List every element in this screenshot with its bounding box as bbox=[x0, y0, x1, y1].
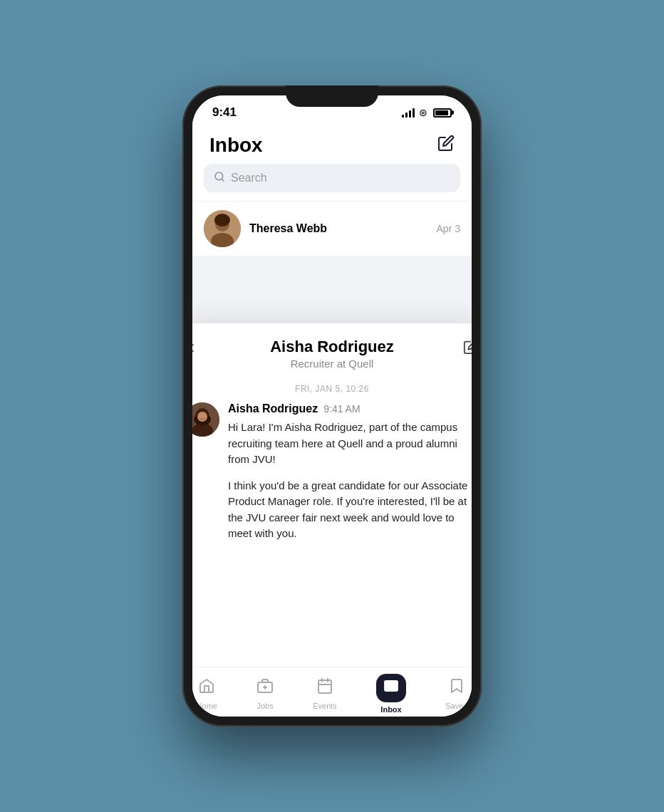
modal-contact-name: Aisha Rodriguez bbox=[192, 338, 472, 356]
status-icons: ⊛ bbox=[402, 107, 452, 118]
inbox-contact-name: Theresa Webb bbox=[249, 222, 327, 234]
nav-label-home: Home bbox=[197, 702, 217, 710]
signal-bar-1 bbox=[402, 115, 404, 118]
nav-item-inbox[interactable]: Inbox bbox=[376, 674, 406, 714]
avatar-theresa bbox=[204, 210, 241, 247]
search-input-placeholder: Search bbox=[231, 172, 267, 184]
message-text: Hi Lara! I'm Aisha Rodriguez, part of th… bbox=[228, 420, 472, 542]
message-content: Aisha Rodriguez 9:41 AM Hi Lara! I'm Ais… bbox=[192, 402, 472, 672]
compose-icon[interactable] bbox=[437, 135, 455, 156]
battery-icon bbox=[433, 108, 452, 118]
notch bbox=[286, 85, 378, 107]
wifi-icon: ⊛ bbox=[419, 107, 427, 118]
svg-point-5 bbox=[214, 214, 230, 227]
signal-bar-2 bbox=[405, 113, 408, 118]
inbox-item-info: Theresa Webb bbox=[249, 222, 428, 235]
message-para-2: I think you'd be a great candidate for o… bbox=[228, 478, 472, 542]
nav-label-saved: Saved bbox=[445, 702, 467, 710]
phone-device: 9:41 ⊛ Inbox bbox=[182, 85, 482, 727]
inbox-icon bbox=[383, 680, 399, 697]
nav-active-inbox-bg bbox=[376, 674, 406, 702]
inbox-header: Inbox bbox=[192, 125, 472, 164]
sender-avatar bbox=[192, 402, 219, 437]
home-icon bbox=[198, 677, 215, 699]
battery-fill bbox=[435, 110, 448, 115]
message-name-time: Aisha Rodriguez 9:41 AM bbox=[228, 402, 472, 415]
message-date: FRI, JAN 5, 10:26 bbox=[192, 378, 472, 402]
message-row: Aisha Rodriguez 9:41 AM Hi Lara! I'm Ais… bbox=[192, 402, 472, 542]
jobs-icon bbox=[256, 677, 274, 699]
bottom-nav: Home Jobs bbox=[192, 667, 472, 717]
nav-label-jobs: Jobs bbox=[256, 702, 273, 710]
svg-rect-16 bbox=[318, 680, 331, 693]
status-time: 9:41 bbox=[212, 105, 237, 120]
modal-header: < Aisha Rodriguez Recruiter at Quell bbox=[192, 323, 472, 378]
signal-bar-4 bbox=[413, 108, 415, 118]
message-time: 9:41 AM bbox=[323, 403, 360, 415]
message-body: Aisha Rodriguez 9:41 AM Hi Lara! I'm Ais… bbox=[228, 402, 472, 542]
nav-label-inbox: Inbox bbox=[380, 705, 401, 714]
contact-title-area: Aisha Rodriguez Recruiter at Quell bbox=[192, 338, 472, 370]
back-button[interactable]: < bbox=[192, 339, 194, 358]
nav-item-home[interactable]: Home bbox=[197, 677, 217, 710]
edit-button[interactable] bbox=[463, 339, 472, 359]
nav-item-jobs[interactable]: Jobs bbox=[256, 677, 274, 710]
nav-item-events[interactable]: Events bbox=[313, 677, 337, 710]
svg-line-1 bbox=[222, 179, 224, 181]
inbox-item-date: Apr 3 bbox=[437, 223, 460, 234]
sender-name: Aisha Rodriguez bbox=[228, 402, 318, 415]
nav-item-saved[interactable]: Saved bbox=[445, 677, 467, 710]
phone-shell: 9:41 ⊛ Inbox bbox=[182, 85, 482, 727]
message-para-1: Hi Lara! I'm Aisha Rodriguez, part of th… bbox=[228, 420, 472, 468]
signal-bar-3 bbox=[409, 110, 411, 118]
signal-icon bbox=[402, 108, 415, 118]
inbox-screen: Inbox Search bbox=[192, 125, 472, 256]
events-icon bbox=[316, 677, 333, 699]
search-icon bbox=[214, 171, 225, 185]
phone-screen: 9:41 ⊛ Inbox bbox=[192, 95, 472, 717]
inbox-title: Inbox bbox=[209, 134, 263, 157]
nav-label-events: Events bbox=[313, 702, 337, 710]
search-bar[interactable]: Search bbox=[204, 164, 460, 192]
saved-icon bbox=[448, 677, 465, 699]
message-modal: < Aisha Rodriguez Recruiter at Quell FRI… bbox=[192, 323, 472, 717]
modal-contact-subtitle: Recruiter at Quell bbox=[192, 358, 472, 370]
inbox-list-item[interactable]: Theresa Webb Apr 3 bbox=[192, 201, 472, 256]
svg-point-12 bbox=[197, 412, 207, 422]
